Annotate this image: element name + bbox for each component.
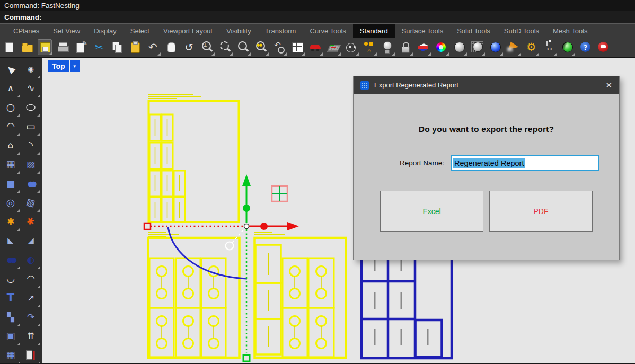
chat-icon[interactable]: [596, 39, 611, 55]
dialog-title: Export Regenerated Report: [374, 81, 458, 89]
ellipse-icon[interactable]: ○: [22, 98, 40, 116]
circle-center-icon[interactable]: [344, 39, 358, 55]
control-point-curve-icon[interactable]: ∧: [2, 79, 20, 97]
shaded-sphere-icon[interactable]: [488, 39, 502, 55]
gumball-x-scale-dot[interactable]: [260, 223, 268, 230]
viewport-layout-icon[interactable]: [290, 39, 304, 55]
rebuild-curve-icon[interactable]: ◠: [22, 270, 40, 288]
circle-icon[interactable]: ○: [2, 98, 20, 116]
undo-view-icon[interactable]: ↶: [272, 39, 286, 55]
dialog-title-bar[interactable]: Export Regenerated Report ✕: [354, 76, 619, 94]
zoom-extents-icon[interactable]: [236, 39, 250, 55]
tab-visibility[interactable]: Visibility: [219, 24, 258, 38]
cube-face-icon[interactable]: ▣: [2, 327, 20, 345]
boolean-difference-icon[interactable]: ◐: [22, 251, 40, 269]
close-icon[interactable]: ✕: [605, 81, 612, 90]
tab-set-view[interactable]: Set View: [46, 24, 87, 38]
patch-surface-icon[interactable]: ▨: [22, 155, 40, 173]
select-cursor-icon[interactable]: ▲: [2, 60, 20, 78]
mirror-icon[interactable]: ↷: [22, 308, 40, 326]
car-icon[interactable]: [308, 39, 322, 55]
open-file-icon[interactable]: [20, 39, 34, 55]
dimension-icon[interactable]: ↔: [542, 39, 557, 55]
viewport-title-dropdown[interactable]: Top ▼: [48, 60, 80, 72]
layer-wedge-icon[interactable]: [416, 39, 430, 55]
move-scale-icon[interactable]: ↗: [22, 289, 40, 307]
report-name-input[interactable]: Regenerated Report: [451, 155, 599, 171]
analyze-sphere-icon[interactable]: [560, 39, 575, 55]
gumball-y-arrowhead[interactable]: [242, 174, 251, 186]
tab-viewport-layout[interactable]: Viewport Layout: [156, 24, 219, 38]
toolbar-tab-bar: CPlanesSet ViewDisplaySelectViewport Lay…: [0, 23, 635, 38]
edit-properties-icon[interactable]: [74, 39, 88, 55]
render-sphere-icon[interactable]: [452, 39, 466, 55]
save-icon[interactable]: [38, 39, 52, 55]
gumball-y-scale-dot[interactable]: [243, 205, 250, 212]
chamfer-edge-icon[interactable]: ◢: [22, 232, 40, 250]
surface-points-icon[interactable]: ▦: [2, 155, 20, 173]
fillet-edge-icon[interactable]: ◣: [2, 232, 20, 250]
cut-icon[interactable]: ✂: [92, 39, 106, 55]
lock-icon[interactable]: [398, 39, 412, 55]
new-document-icon[interactable]: [2, 39, 16, 55]
surface-grid-icon[interactable]: ▨: [22, 193, 40, 211]
gumball-plane-handle[interactable]: [272, 186, 287, 201]
arc-icon[interactable]: ◠: [2, 117, 20, 135]
polygon-icon[interactable]: ⌂: [2, 136, 20, 154]
curve-handles-icon[interactable]: ∿: [22, 79, 40, 97]
paste-icon[interactable]: [128, 39, 142, 55]
extrude-icon[interactable]: ⇈: [22, 327, 40, 345]
chevron-down-icon[interactable]: ▼: [70, 64, 80, 69]
boolean-split-icon[interactable]: ✱: [2, 212, 20, 230]
copy-icon[interactable]: [110, 39, 124, 55]
sphere-pair-icon[interactable]: ●●: [22, 174, 40, 192]
box-icon[interactable]: ■: [2, 174, 20, 192]
tab-solid-tools[interactable]: Solid Tools: [450, 24, 497, 38]
group-icon[interactable]: ▚: [2, 308, 20, 326]
print-icon[interactable]: [56, 39, 70, 55]
blend-curve-icon[interactable]: ◡: [2, 270, 20, 288]
tab-cplanes[interactable]: CPlanes: [6, 24, 46, 38]
pan-icon[interactable]: [164, 39, 178, 55]
mesh-sphere-icon[interactable]: [470, 39, 484, 55]
spotlight-icon[interactable]: [506, 39, 521, 55]
gumball-x-handle[interactable]: [144, 223, 151, 229]
cplane-icon[interactable]: [326, 39, 340, 55]
tab-surface-tools[interactable]: Surface Tools: [395, 24, 451, 38]
tab-mesh-tools[interactable]: Mesh Tools: [546, 24, 595, 38]
array-icon[interactable]: ▦: [2, 346, 20, 363]
lamp-icon[interactable]: [380, 39, 394, 55]
excel-button[interactable]: Excel: [380, 191, 483, 232]
rotate-view-icon[interactable]: ↺: [182, 39, 196, 55]
help-icon[interactable]: ?: [578, 39, 593, 55]
tab-subd-tools[interactable]: SubD Tools: [497, 24, 546, 38]
zoom-icon[interactable]: ±: [200, 39, 214, 55]
fillet-corner-icon[interactable]: ◝: [22, 136, 40, 154]
command-prompt-input[interactable]: Command:: [0, 11, 635, 23]
single-point-icon[interactable]: ◉: [22, 60, 40, 78]
undo-icon[interactable]: ↶: [146, 39, 160, 55]
explode-icon[interactable]: ✱: [22, 212, 40, 230]
tab-curve-tools[interactable]: Curve Tools: [303, 24, 352, 38]
revolve-icon[interactable]: ◎: [2, 193, 20, 211]
rectangle-icon[interactable]: ▭: [22, 117, 40, 135]
tab-select[interactable]: Select: [124, 24, 156, 38]
text-icon[interactable]: T: [2, 289, 20, 307]
tab-display[interactable]: Display: [87, 24, 124, 38]
zoom-selected-icon[interactable]: ●●: [254, 39, 268, 55]
zoom-window-icon[interactable]: [218, 39, 232, 55]
boolean-union-icon[interactable]: ●●: [2, 251, 20, 269]
gears-icon[interactable]: ⚙: [524, 39, 539, 55]
split-red-icon[interactable]: |: [22, 346, 40, 363]
gumball-y-handle[interactable]: [243, 355, 250, 361]
gumball-origin[interactable]: [244, 224, 249, 229]
gumball-x-arrowhead[interactable]: [287, 222, 299, 230]
tool-sidebar: ▲◉∧∿○○◠▭⌂◝▦▨■●●◎▨✱✱◣◢●●◐◡◠T↗▚↷▣⇈▦|◆▮: [0, 58, 42, 363]
tab-standard[interactable]: Standard: [353, 24, 395, 38]
nesting-sheet-c: [254, 233, 346, 358]
gumball-rotate-handle[interactable]: [226, 242, 234, 250]
selection-filter-icon[interactable]: △: [362, 39, 376, 55]
tab-transform[interactable]: Transform: [258, 24, 303, 38]
color-wheel-icon[interactable]: [434, 39, 448, 55]
pdf-button[interactable]: PDF: [489, 191, 593, 232]
